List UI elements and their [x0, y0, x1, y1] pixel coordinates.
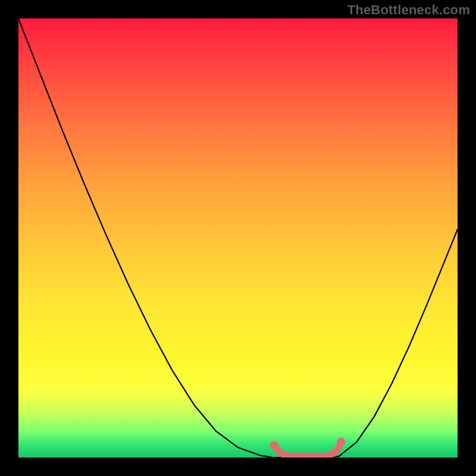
band-start-dot	[270, 441, 278, 449]
band-end-dot	[337, 437, 345, 446]
optimal-band-path	[274, 441, 342, 456]
watermark-text: TheBottleneck.com	[347, 2, 470, 18]
plot-area	[18, 18, 458, 458]
chart-frame: TheBottleneck.com	[0, 0, 476, 476]
chart-svg	[18, 18, 458, 458]
bottleneck-curve-path	[18, 18, 458, 458]
